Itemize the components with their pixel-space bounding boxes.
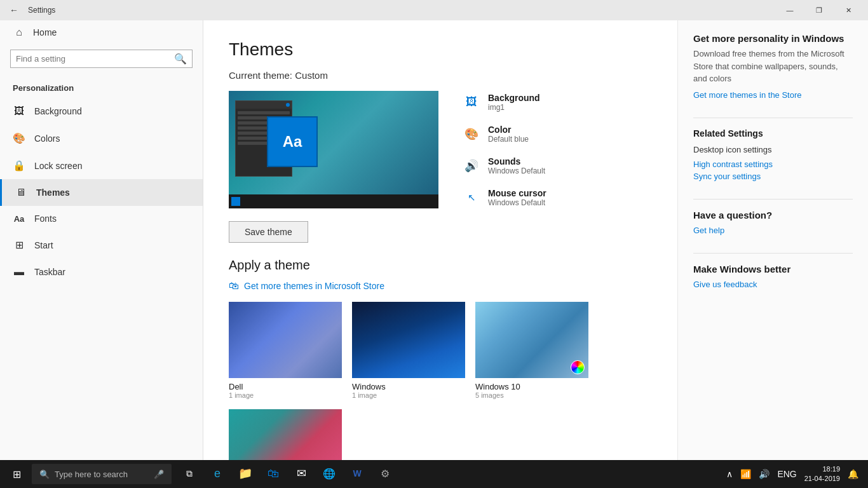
theme-preview-image: Aa — [229, 91, 438, 208]
sidebar-item-themes[interactable]: 🖥 Themes — [0, 179, 203, 206]
theme-card-sublabel-windows10: 5 images — [475, 391, 588, 399]
background-detail-text: Background img1 — [488, 93, 540, 112]
mouse-detail-label: Mouse cursor — [488, 188, 546, 198]
current-theme-label: Current theme: Custom — [229, 70, 652, 81]
preview-line — [238, 111, 290, 114]
mouse-detail-icon: ↖ — [464, 192, 479, 203]
sidebar-item-start[interactable]: ⊞ Start — [0, 231, 203, 259]
theme-detail-sounds[interactable]: 🔊 Sounds Windows Default — [464, 156, 546, 175]
store-icon: 🛍 — [229, 280, 239, 292]
apply-theme-title: Apply a theme — [229, 258, 652, 273]
sidebar-section-title: Personalization — [0, 73, 203, 98]
title-bar: ← Settings — ❐ ✕ — [0, 0, 868, 20]
divider-3 — [693, 253, 853, 254]
right-section-question: Have a question? Get help — [693, 210, 853, 235]
preview-line — [238, 126, 269, 130]
color-detail-text: Color Default blue — [488, 125, 529, 144]
microphone-icon[interactable]: 🎤 — [154, 470, 164, 479]
sidebar-item-label: Lock screen — [34, 161, 82, 171]
themes-icon: 🖥 — [15, 187, 27, 198]
right-panel: Get more personality in Windows Download… — [677, 20, 868, 460]
theme-card-image-windows — [352, 302, 465, 378]
personality-desc: Download free themes from the Microsoft … — [693, 48, 853, 85]
color-detail-value: Default blue — [488, 135, 529, 144]
theme-card-label-windows10: Windows 10 — [475, 382, 588, 391]
search-icon: 🔍 — [39, 470, 50, 479]
sidebar: ⌂ Home 🔍 Personalization 🖼 Background 🎨 … — [0, 20, 203, 460]
theme-card-label-dell: Dell — [229, 382, 342, 391]
lang-label[interactable]: ENG — [775, 466, 799, 482]
help-link[interactable]: Get help — [693, 226, 853, 235]
question-title: Have a question? — [693, 210, 853, 220]
search-icon: 🔍 — [174, 53, 187, 65]
taskbar-icon: ▬ — [13, 266, 25, 278]
preview-aa-box: Aa — [267, 116, 318, 167]
theme-detail-background[interactable]: 🖼 Background img1 — [464, 93, 546, 112]
start-button[interactable]: ⊞ — [3, 460, 31, 488]
sidebar-item-background[interactable]: 🖼 Background — [0, 98, 203, 125]
theme-preview-section: Aa 🖼 Background img1 🎨 Color — [229, 91, 652, 208]
sidebar-item-fonts[interactable]: Aa Fonts — [0, 206, 203, 231]
start-icon: ⊞ — [13, 239, 25, 251]
feedback-link[interactable]: Give us feedback — [693, 280, 853, 289]
sidebar-item-label: Taskbar — [34, 267, 65, 277]
theme-card-dell[interactable]: Dell 1 image — [229, 302, 342, 399]
theme-card-image-dell — [229, 302, 342, 378]
desktop-icon-link[interactable]: Desktop icon settings — [693, 145, 853, 154]
tray-clock[interactable]: 18:19 21-04-2019 — [802, 462, 843, 487]
mail-button[interactable]: ✉ — [287, 460, 315, 488]
fonts-icon: Aa — [13, 214, 25, 224]
high-contrast-link[interactable]: High contrast settings — [693, 159, 853, 169]
preview-line — [238, 116, 269, 119]
save-theme-button[interactable]: Save theme — [229, 221, 308, 243]
theme-card-windows[interactable]: Windows 1 image — [352, 302, 465, 399]
make-better-title: Make Windows better — [693, 264, 853, 274]
sidebar-item-label: Fonts — [34, 214, 57, 224]
maximize-button[interactable]: ❐ — [804, 0, 834, 20]
volume-icon[interactable]: 🔊 — [756, 466, 772, 482]
close-button[interactable]: ✕ — [834, 0, 863, 20]
edge-button[interactable]: e — [203, 460, 231, 488]
sidebar-item-colors[interactable]: 🎨 Colors — [0, 125, 203, 152]
store-themes-link[interactable]: Get more themes in the Store — [693, 90, 853, 100]
minimize-button[interactable]: — — [775, 0, 804, 20]
theme-card-windows10[interactable]: Windows 10 5 images — [475, 302, 588, 399]
sidebar-item-taskbar[interactable]: ▬ Taskbar — [0, 259, 203, 285]
settings-button[interactable]: ⚙ — [371, 460, 399, 488]
word-button[interactable]: W — [343, 460, 371, 488]
main-content: Themes Current theme: Custom — [203, 20, 677, 460]
taskbar-apps: ⧉ e 📁 🛍 ✉ 🌐 W ⚙ — [175, 460, 399, 488]
sounds-detail-value: Windows Default — [488, 166, 545, 175]
taskbar-search[interactable]: 🔍 Type here to search 🎤 — [32, 464, 172, 484]
tray-expand-icon[interactable]: ∧ — [724, 466, 735, 482]
sidebar-item-lock-screen[interactable]: 🔒 Lock screen — [0, 152, 203, 179]
color-detail-label: Color — [488, 125, 529, 135]
tray-date-value: 21-04-2019 — [804, 474, 840, 484]
store-link[interactable]: Get more themes in Microsoft Store — [244, 281, 384, 291]
theme-card-image-windows10 — [475, 302, 588, 378]
theme-detail-color[interactable]: 🎨 Color Default blue — [464, 125, 546, 144]
search-box[interactable]: 🔍 — [10, 50, 193, 68]
theme-card-image-flowers — [229, 409, 342, 460]
back-button[interactable]: ← — [5, 1, 23, 19]
explorer-button[interactable]: 📁 — [231, 460, 259, 488]
sidebar-item-label: Colors — [34, 133, 60, 144]
taskbar-search-text: Type here to search — [55, 470, 128, 479]
sidebar-item-home[interactable]: ⌂ Home — [0, 20, 203, 44]
store-link-row: 🛍 Get more themes in Microsoft Store — [229, 280, 652, 292]
theme-card-flowers[interactable]: Flowers 6 images — [229, 409, 342, 460]
divider — [693, 118, 853, 118]
sidebar-item-label: Start — [34, 240, 53, 250]
network-icon[interactable]: 📶 — [738, 466, 754, 482]
preview-taskbar — [229, 194, 438, 208]
theme-detail-mouse[interactable]: ↖ Mouse cursor Windows Default — [464, 188, 546, 207]
sync-link[interactable]: Sync your settings — [693, 172, 853, 181]
taskview-button[interactable]: ⧉ — [175, 460, 203, 488]
search-input[interactable] — [16, 54, 174, 64]
store-button[interactable]: 🛍 — [259, 460, 287, 488]
color-detail-icon: 🎨 — [464, 127, 479, 141]
related-settings-title: Related Settings — [693, 128, 853, 139]
divider-2 — [693, 199, 853, 200]
notification-icon[interactable]: 🔔 — [845, 466, 860, 482]
chrome-button[interactable]: 🌐 — [315, 460, 343, 488]
